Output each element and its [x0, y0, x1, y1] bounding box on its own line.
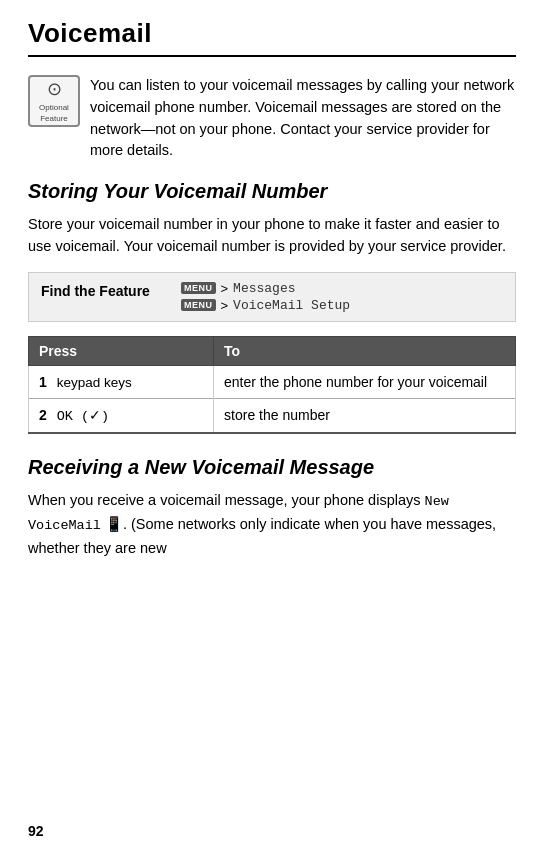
table-header-row: Press To — [29, 336, 516, 365]
press-key-1: keypad keys — [57, 375, 132, 390]
press-suffix-2: ) — [101, 409, 109, 424]
section2-icon: 📱 — [105, 516, 123, 532]
find-feature-label: Find the Feature — [41, 281, 171, 299]
intro-block: ⊙ Optional Feature You can listen to you… — [28, 75, 516, 162]
press-symbol-2: ✓ — [89, 407, 101, 423]
find-feature-step-1: MENU > Messages — [181, 281, 350, 296]
section2-heading: Receiving a New Voicemail Message — [28, 456, 516, 479]
step-text-2: VoiceMail Setup — [233, 298, 350, 313]
find-feature-step-2: MENU > VoiceMail Setup — [181, 298, 350, 313]
intro-text: You can listen to your voicemail message… — [90, 75, 516, 162]
section1-body: Store your voicemail number in your phon… — [28, 213, 516, 258]
optional-feature-label-bottom: Feature — [40, 114, 68, 124]
table-row: 2 OK (✓) store the number — [29, 398, 516, 433]
table-cell-to-1: enter the phone number for your voicemai… — [214, 365, 516, 398]
table-header-to: To — [214, 336, 516, 365]
find-feature-container: Find the Feature MENU > Messages MENU > … — [28, 272, 516, 322]
step-arrow-2: > — [221, 298, 229, 313]
menu-key-2: MENU — [181, 299, 216, 311]
optional-feature-label-top: Optional — [39, 103, 69, 113]
menu-key-1: MENU — [181, 282, 216, 294]
step-text-1: Messages — [233, 281, 295, 296]
section2-text-1: When you receive a voicemail message, yo… — [28, 492, 425, 508]
section1-heading: Storing Your Voicemail Number — [28, 180, 516, 203]
table-cell-press-1: 1 keypad keys — [29, 365, 214, 398]
table-cell-to-2: store the number — [214, 398, 516, 433]
row-num-2: 2 — [39, 407, 47, 423]
table-row: 1 keypad keys enter the phone number for… — [29, 365, 516, 398]
page-title: Voicemail — [28, 18, 516, 57]
table-cell-press-2: 2 OK (✓) — [29, 398, 214, 433]
row-num-1: 1 — [39, 374, 47, 390]
table-header-press: Press — [29, 336, 214, 365]
step-arrow-1: > — [221, 281, 229, 296]
optional-feature-icon: ⊙ Optional Feature — [28, 75, 80, 127]
find-feature-steps: MENU > Messages MENU > VoiceMail Setup — [181, 281, 350, 313]
press-key-2: OK ( — [57, 409, 89, 424]
page-container: Voicemail ⊙ Optional Feature You can lis… — [0, 0, 544, 853]
section2-body: When you receive a voicemail message, yo… — [28, 489, 516, 559]
page-number: 92 — [28, 823, 44, 839]
optional-feature-graphic: ⊙ — [47, 78, 62, 101]
press-to-table: Press To 1 keypad keys enter the phone n… — [28, 336, 516, 434]
